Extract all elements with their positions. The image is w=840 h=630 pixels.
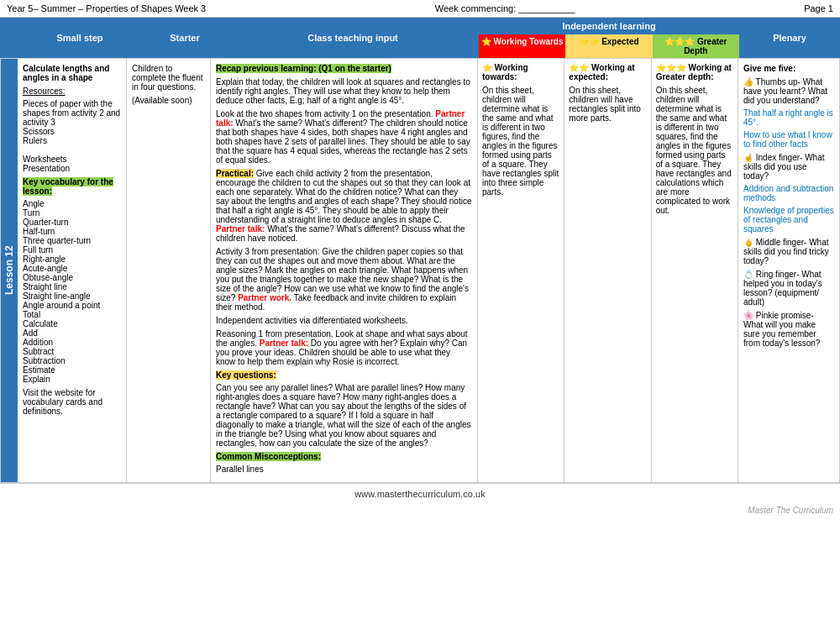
- expected-content: ⭐⭐ Working at expected: On this sheet, c…: [564, 59, 651, 482]
- watermark: Master The Curriculum: [0, 504, 840, 517]
- working-towards-header: ⭐ Working Towards: [479, 34, 565, 58]
- small-step-footer: Visit the website for vocabulary cards a…: [23, 388, 121, 416]
- misconceptions-label: Common Misconceptions:: [216, 452, 472, 461]
- expected-header: ⭐⭐ Expected: [565, 34, 652, 58]
- expected-text: On this sheet, children will have rectan…: [569, 86, 646, 123]
- plenary-index-blue1: Addition and subtraction methods: [743, 184, 834, 202]
- plenary-intro: Give me five:: [743, 64, 834, 73]
- teaching-para2: Look at the two shapes from activity 1 o…: [216, 109, 472, 165]
- teaching-para6: Reasoning 1 from presentation. Look at s…: [216, 329, 472, 366]
- page-footer: www.masterthecurriculum.co.uk: [0, 483, 840, 504]
- plenary-index: ☝ Index finger- What skills did you use …: [743, 153, 834, 181]
- greater-depth-content: ⭐⭐⭐ Working at Greater depth: On this sh…: [652, 59, 738, 482]
- expected-stars: ⭐⭐ Working at expected:: [569, 63, 646, 81]
- plenary-header: Plenary: [739, 18, 840, 58]
- teaching-header: Class teaching input: [227, 18, 479, 58]
- page-title: Year 5– Summer – Properties of Shapes We…: [7, 3, 206, 13]
- footer-url: www.masterthecurriculum.co.uk: [354, 489, 485, 499]
- starter-header: Starter: [143, 18, 227, 58]
- recap-label: Recap previous learning: (Q1 on the star…: [216, 64, 472, 73]
- greater-depth-header: ⭐⭐⭐ Greater Depth: [653, 34, 739, 58]
- independent-content: ⭐ Working towards: On this sheet, childr…: [478, 59, 738, 482]
- starter-content: Children to complete the fluent in four …: [127, 59, 211, 482]
- starter-text: Children to complete the fluent in four …: [132, 64, 205, 92]
- page-number: Page 1: [804, 3, 833, 13]
- misconceptions-text: Parallel lines: [216, 465, 472, 474]
- small-step-title: Calculate lengths and angles in a shape: [23, 64, 121, 82]
- vocab-list: AngleTurnQuarter-turnHalf-turnThree quar…: [23, 199, 121, 384]
- plenary-pinkie: 🌸 Pinkie promise- What will you make sur…: [743, 311, 834, 348]
- independent-sub-headers: ⭐ Working Towards ⭐⭐ Expected ⭐⭐⭐ Greate…: [479, 34, 739, 58]
- independent-header: Independent learning: [479, 18, 739, 34]
- small-step-header: Small step: [17, 18, 143, 58]
- teaching-para5: Independent activities via differentiate…: [216, 316, 472, 325]
- teaching-content: Recap previous learning: (Q1 on the star…: [211, 59, 478, 482]
- working-towards-content: ⭐ Working towards: On this sheet, childr…: [478, 59, 564, 482]
- working-towards-text: On this sheet, children will determine w…: [482, 86, 559, 197]
- key-questions-text: Can you see any parallel lines? What are…: [216, 383, 472, 448]
- plenary-ring: 💍 Ring finger- What helped you in today'…: [743, 270, 834, 307]
- plenary-middle: 🖕 Middle finger- What skills did you fin…: [743, 238, 834, 265]
- teaching-para4: Activity 3 from presentation: Give the c…: [216, 247, 472, 312]
- plenary-thumb-blue2: How to use what I know to find other fac…: [743, 130, 834, 149]
- plenary-content: Give me five: 👍 Thumbs up- What have you…: [738, 59, 839, 482]
- vocab-label: Key vocabulary for the lesson:: [23, 177, 121, 196]
- page-header: Year 5– Summer – Properties of Shapes We…: [0, 0, 840, 18]
- greater-depth-stars: ⭐⭐⭐ Working at Greater depth:: [656, 63, 733, 81]
- plenary-thumb: 👍 Thumbs up- What have you learnt? What …: [743, 77, 834, 105]
- working-towards-stars: ⭐ Working towards:: [482, 63, 559, 81]
- lesson-label: Lesson 12: [1, 59, 18, 482]
- week-commencing: Week commencing: ___________: [435, 3, 575, 13]
- resources-label: Resources:: [23, 87, 121, 96]
- greater-depth-text: On this sheet, children will determine w…: [656, 86, 733, 215]
- teaching-para1: Explain that today, the children will lo…: [216, 77, 472, 105]
- main-content: Lesson 12 Calculate lengths and angles i…: [0, 58, 840, 483]
- resources-text: Pieces of paper with the shapes from act…: [23, 99, 121, 173]
- key-questions-label: Key questions:: [216, 370, 472, 380]
- column-headers: Small step Starter Class teaching input …: [0, 18, 840, 58]
- starter-available: (Available soon): [132, 96, 205, 105]
- plenary-index-blue2: Knowledge of properties of rectangles an…: [743, 206, 834, 234]
- small-step-content: Calculate lengths and angles in a shape …: [18, 59, 127, 482]
- teaching-para3: Practical: Give each child activity 2 fr…: [216, 169, 472, 243]
- plenary-thumb-blue1: That half a right angle is 45°.: [743, 108, 834, 127]
